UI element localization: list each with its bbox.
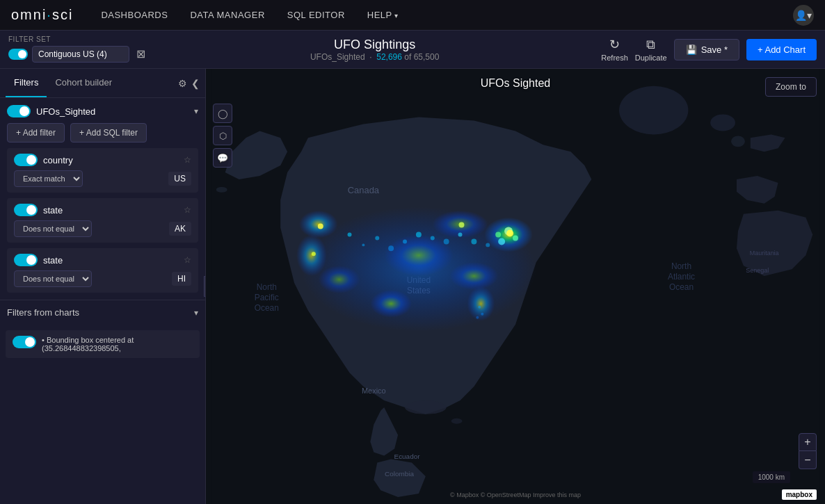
svg-point-2: [710, 115, 735, 131]
svg-point-33: [375, 236, 379, 240]
main-layout: Filters Cohort builder ⚙ ❮ UFOs_Sighted …: [0, 69, 825, 504]
svg-text:Mexico: Mexico: [362, 387, 386, 395]
add-chart-button[interactable]: + Add Chart: [746, 39, 817, 60]
save-button[interactable]: 💾 Save *: [674, 39, 739, 60]
state2-match-select[interactable]: Does not equal: [14, 270, 92, 287]
dashboard-title: UFO Sightings: [154, 38, 595, 52]
svg-point-38: [444, 238, 449, 244]
zoom-to-box[interactable]: Zoom to: [765, 77, 817, 97]
nav-help[interactable]: HELP: [367, 10, 399, 20]
svg-point-41: [486, 243, 490, 247]
svg-text:Canada: Canada: [348, 185, 380, 195]
state1-filter-value: AK: [169, 222, 191, 236]
nav-right: 👤▾: [793, 5, 814, 26]
svg-text:North: North: [257, 282, 277, 292]
svg-point-43: [513, 235, 518, 241]
filter-set-row: Contiguous US (4) ⊠: [8, 44, 148, 63]
svg-point-36: [416, 232, 422, 238]
add-filter-button[interactable]: + Add filter: [7, 123, 65, 143]
svg-point-40: [471, 238, 476, 244]
user-menu[interactable]: 👤▾: [793, 5, 814, 26]
toolbar-title: UFO Sightings UFOs_Sighted · 52,696 of 6…: [154, 38, 595, 62]
toolbar: Filter set Contiguous US (4) ⊠ UFO Sight…: [0, 31, 825, 69]
svg-text:Ocean: Ocean: [255, 303, 279, 313]
filter-icon-btn[interactable]: ⊠: [134, 44, 148, 63]
svg-point-39: [458, 232, 463, 236]
svg-point-51: [481, 313, 483, 316]
svg-point-34: [388, 245, 394, 251]
duplicate-button[interactable]: ⧉ Duplicate: [635, 38, 667, 62]
svg-text:Ocean: Ocean: [669, 282, 694, 292]
state1-filter-toggle[interactable]: [14, 204, 38, 216]
state2-filter-value: HI: [172, 272, 191, 286]
sidebar-collapse-button[interactable]: ❮: [191, 78, 200, 89]
filters-from-charts-title: Filters from charts: [7, 307, 194, 318]
filter-set-container: Filter set Contiguous US (4) ⊠: [8, 35, 148, 63]
svg-point-23: [299, 211, 338, 238]
filter-set-label: Filter set: [8, 35, 148, 43]
svg-point-37: [431, 236, 435, 240]
svg-point-52: [476, 316, 479, 319]
zoom-controls: + −: [799, 433, 817, 469]
svg-point-6: [731, 136, 745, 147]
logo-text: omni·sci: [11, 7, 73, 23]
chat-tool[interactable]: 💬: [213, 148, 232, 168]
filter-section-title: UFOs_Sighted: [36, 106, 189, 117]
refresh-button[interactable]: ↻ Refresh: [601, 37, 628, 62]
svg-point-46: [506, 230, 513, 237]
duplicate-icon: ⧉: [646, 38, 655, 52]
svg-point-47: [318, 224, 323, 229]
svg-point-4: [405, 400, 447, 414]
lasso-circle-tool[interactable]: ◯: [213, 104, 232, 123]
svg-point-48: [312, 252, 316, 256]
ufos-toggle[interactable]: [7, 105, 31, 117]
state2-filter-name: state: [43, 255, 178, 266]
svg-point-24: [296, 234, 327, 276]
state1-match-select[interactable]: Does not equal: [14, 220, 92, 237]
filter-set-select[interactable]: Contiguous US (4): [32, 46, 129, 63]
filter-set-toggle[interactable]: [8, 49, 28, 60]
country-filter-value: US: [168, 172, 191, 186]
state1-filter-star[interactable]: ☆: [184, 205, 191, 215]
zoom-out-button[interactable]: −: [799, 451, 817, 469]
mapbox-logo: mapbox: [782, 491, 817, 498]
sidebar: Filters Cohort builder ⚙ ❮ UFOs_Sighted …: [0, 69, 206, 504]
filters-from-charts-chevron[interactable]: ▾: [194, 308, 198, 318]
nav-data-manager[interactable]: DATA MANAGER: [190, 10, 264, 20]
country-filter-star[interactable]: ☆: [184, 155, 191, 165]
nav-sql-editor[interactable]: SQL EDITOR: [287, 10, 345, 20]
svg-point-28: [384, 234, 453, 276]
tab-cohort-builder[interactable]: Cohort builder: [47, 69, 120, 97]
sidebar-tab-icons: ⚙ ❮: [178, 78, 200, 89]
logo: omni·sci: [11, 7, 73, 23]
bounding-box-toggle[interactable]: [13, 336, 36, 348]
svg-point-49: [459, 222, 465, 228]
svg-point-30: [319, 266, 360, 293]
svg-point-31: [348, 232, 352, 236]
nav-dashboards[interactable]: DASHBOARDS: [101, 10, 168, 20]
state2-filter-star[interactable]: ☆: [184, 255, 191, 265]
country-filter-toggle[interactable]: [14, 154, 38, 166]
state2-filter-toggle[interactable]: [14, 254, 38, 266]
svg-text:Atlantic: Atlantic: [668, 272, 695, 282]
svg-point-3: [216, 187, 227, 193]
filter-section-ufos: UFOs_Sighted ▾ + Add filter + Add SQL fi…: [0, 98, 205, 300]
filter-section-chevron[interactable]: ▾: [194, 106, 198, 116]
top-nav: omni·sci DASHBOARDS DATA MANAGER SQL EDI…: [0, 0, 825, 31]
svg-point-45: [495, 232, 501, 238]
svg-point-25: [370, 290, 412, 318]
lasso-polygon-tool[interactable]: ⬡: [213, 126, 232, 145]
zoom-in-button[interactable]: +: [799, 433, 817, 451]
map-title: UFOs Sighted: [481, 77, 550, 90]
country-filter-name: country: [43, 155, 178, 165]
add-sql-filter-button[interactable]: + Add SQL filter: [70, 123, 147, 143]
tab-filters[interactable]: Filters: [6, 69, 47, 97]
svg-point-42: [498, 238, 505, 245]
svg-point-26: [467, 286, 495, 321]
filter-item-country-row: Exact match US: [14, 170, 191, 187]
svg-text:Ecuador: Ecuador: [394, 453, 421, 460]
svg-point-35: [403, 239, 407, 243]
sidebar-tab-settings-icon[interactable]: ⚙: [178, 78, 187, 89]
svg-text:Colombia: Colombia: [385, 470, 414, 478]
country-match-select[interactable]: Exact match: [14, 170, 83, 187]
